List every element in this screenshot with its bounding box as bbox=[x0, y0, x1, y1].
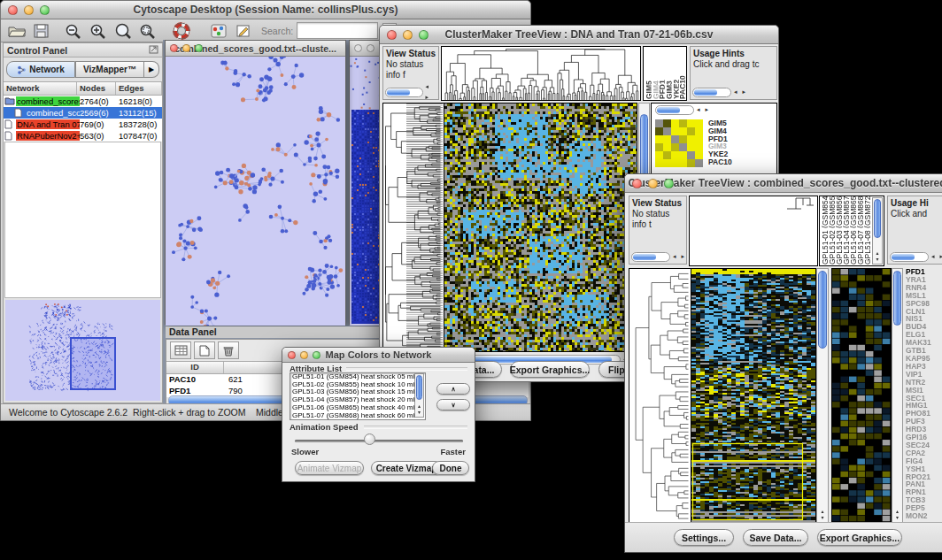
float-panel-icon[interactable] bbox=[149, 45, 158, 56]
zoom-in-icon[interactable] bbox=[88, 22, 109, 40]
close-button[interactable] bbox=[632, 179, 642, 188]
map-colors-dialog: Map Colors to Network Attribute List GPL… bbox=[282, 347, 475, 482]
tab-vizmapper[interactable]: VizMapper™ bbox=[75, 61, 144, 78]
column-label: GPL51-06 (GSM865) bbox=[849, 196, 856, 265]
matrix-cell bbox=[655, 143, 663, 151]
row-dendrogram-panel[interactable] bbox=[629, 268, 691, 523]
detail-vscrollbar[interactable]: ▴▾ bbox=[892, 268, 903, 523]
network-canvas[interactable] bbox=[166, 57, 345, 326]
matrix-cell bbox=[679, 119, 687, 127]
animate-vizmap-button[interactable]: Animate Vizmap bbox=[295, 461, 364, 475]
network-view-window-1[interactable]: combined_scores_good.txt--cluste... bbox=[165, 40, 346, 325]
network-overview-thumbnail[interactable] bbox=[5, 300, 160, 401]
window-controls bbox=[8, 5, 50, 15]
attribute-item[interactable]: GPL51-07 (GSM868) heat shock 60 min bbox=[290, 412, 425, 420]
save-session-icon[interactable] bbox=[31, 22, 52, 40]
attribute-list-scrollbar[interactable]: ▴▾ bbox=[414, 373, 424, 418]
done-button[interactable]: Done bbox=[432, 461, 469, 475]
view-status-text: No status info f bbox=[386, 59, 423, 80]
zoom-button[interactable] bbox=[195, 44, 203, 52]
column-dendrogram-panel[interactable] bbox=[689, 196, 818, 266]
row-dendrogram-canvas bbox=[629, 269, 690, 522]
attribute-table-icon[interactable] bbox=[170, 341, 191, 359]
network-nodes-count: 563(0) bbox=[80, 131, 119, 141]
summary-hscrollbar[interactable]: ◂ ▸ bbox=[655, 104, 710, 115]
view-status-text: No status info t bbox=[632, 209, 669, 229]
minimize-button[interactable] bbox=[182, 44, 190, 52]
matrix-cell bbox=[663, 143, 671, 151]
network-list-row[interactable]: combined_scores 2764(0) 16218(0) bbox=[4, 96, 162, 107]
column-labels-panel: GIM5GIM4PFD1GIM3YKE2PAC10 bbox=[643, 46, 687, 101]
row-dendrogram-panel[interactable] bbox=[382, 103, 444, 352]
move-up-button[interactable]: ∧ bbox=[436, 383, 470, 395]
settings-button[interactable]: Settings... bbox=[674, 529, 734, 546]
new-attribute-icon[interactable] bbox=[194, 341, 215, 359]
network-list-row[interactable]: DNA and Tran 07 769(0) 183728(0) bbox=[4, 119, 162, 130]
view-status-scrollbar[interactable]: ◂ ▸ bbox=[385, 87, 438, 97]
zoom-button[interactable] bbox=[664, 179, 674, 188]
close-button[interactable] bbox=[288, 351, 296, 359]
gene-name-list[interactable]: PFD1YRA1RNR4MSL1SPC98CLN1NIS1BUD4ELG1MAK… bbox=[906, 268, 942, 523]
close-button[interactable] bbox=[8, 5, 18, 15]
search-input[interactable] bbox=[297, 22, 378, 39]
treeview2-titlebar[interactable]: ClusterMaker TreeView : combined_scores_… bbox=[625, 174, 942, 193]
zoom-fit-icon[interactable] bbox=[112, 22, 134, 40]
tab-overflow-arrow[interactable]: ▶ bbox=[144, 61, 159, 78]
attribute-list[interactable]: GPL51-01 (GSM854) heat shock 05 minGPL51… bbox=[290, 372, 426, 420]
help-lifesaver-icon[interactable] bbox=[171, 22, 192, 40]
close-button[interactable] bbox=[170, 44, 178, 52]
main-titlebar[interactable]: Cytoscape Desktop (Session Name: collins… bbox=[1, 1, 530, 19]
matrix-cell bbox=[687, 119, 695, 127]
status-zoom-hint: Right-click + drag to ZOOM bbox=[133, 407, 246, 418]
open-session-icon[interactable] bbox=[6, 22, 27, 40]
matrix-cell bbox=[671, 151, 679, 159]
zoom-out-icon[interactable] bbox=[63, 22, 84, 40]
network-list-row[interactable]: combined_sco 2569(6) 13112(15) bbox=[4, 107, 162, 119]
minimize-button[interactable] bbox=[367, 44, 374, 52]
correlation-matrix[interactable] bbox=[655, 119, 703, 167]
usage-hints-scrollbar[interactable]: ◂ ▸ bbox=[692, 87, 747, 97]
matrix-cell bbox=[671, 135, 679, 143]
usage-hints-text: Click and drag tc bbox=[693, 59, 759, 69]
dialog-titlebar[interactable]: Map Colors to Network bbox=[282, 348, 475, 363]
heatmap-panel[interactable] bbox=[444, 103, 637, 352]
annotation-tool-icon[interactable] bbox=[233, 22, 254, 40]
export-graphics-button[interactable]: Export Graphics... bbox=[510, 361, 590, 378]
network-nodes-count: 2569(6) bbox=[80, 108, 119, 118]
animation-speed-slider-thumb[interactable] bbox=[364, 433, 375, 445]
close-button[interactable] bbox=[354, 44, 362, 52]
move-down-button[interactable]: ∨ bbox=[436, 399, 470, 410]
overview-viewport-rect[interactable] bbox=[70, 337, 116, 390]
network-list-row[interactable]: RNAPuberNov2+! 563(0) 107847(0) bbox=[4, 130, 162, 142]
global-heatmap-panel[interactable] bbox=[691, 268, 816, 523]
create-vizmap-button[interactable]: Create Vizmap bbox=[371, 461, 442, 475]
close-button[interactable] bbox=[387, 30, 397, 40]
view-status-scrollbar[interactable]: ◂ ▸ bbox=[631, 251, 686, 262]
column-dendrogram-canvas bbox=[690, 196, 817, 265]
matrix-cell bbox=[695, 127, 703, 135]
tab-network[interactable]: Network bbox=[6, 61, 75, 78]
export-graphics-button[interactable]: Export Graphics... bbox=[817, 529, 902, 546]
treeview1-titlebar[interactable]: ClusterMaker TreeView : DNA and Tran 07-… bbox=[380, 26, 778, 44]
minimize-button[interactable] bbox=[300, 351, 308, 359]
detail-heatmap-panel[interactable] bbox=[831, 268, 892, 523]
column-labels-scrollbar[interactable]: ▴▾ bbox=[872, 197, 883, 265]
minimize-button[interactable] bbox=[648, 179, 658, 188]
column-dendrogram-panel[interactable] bbox=[441, 46, 641, 101]
delete-attribute-icon[interactable] bbox=[218, 341, 239, 359]
save-data-button[interactable]: Save Data... bbox=[743, 529, 808, 546]
matrix-cell bbox=[663, 127, 671, 135]
zoom-selected-icon[interactable] bbox=[137, 22, 158, 40]
vizmapper-tool-icon[interactable] bbox=[208, 22, 229, 40]
minimize-button[interactable] bbox=[24, 5, 34, 15]
global-vscrollbar[interactable]: ▴▾ bbox=[816, 268, 829, 523]
zoom-button[interactable] bbox=[40, 5, 50, 15]
treeview2-button-bar: Settings... Save Data... Export Graphics… bbox=[625, 522, 942, 552]
usage-hints-scrollbar[interactable]: ◂ ▸ bbox=[890, 251, 942, 262]
zoom-button[interactable] bbox=[419, 30, 429, 40]
zoom-button[interactable] bbox=[313, 351, 320, 359]
matrix-cell bbox=[671, 143, 679, 151]
animation-speed-slider-track[interactable] bbox=[295, 440, 463, 442]
minimize-button[interactable] bbox=[403, 30, 413, 40]
network-view-1-titlebar[interactable]: combined_scores_good.txt--cluste... bbox=[166, 41, 345, 57]
